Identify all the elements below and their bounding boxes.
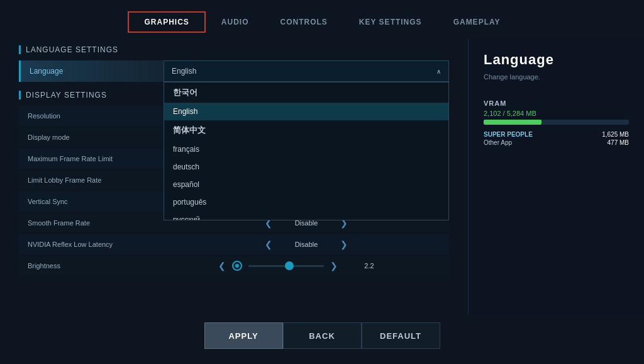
display-mode-label: Display mode	[19, 134, 164, 141]
brightness-dot	[235, 264, 239, 268]
vram-bar-background	[484, 120, 629, 125]
dropdown-item-ru[interactable]: русский	[164, 211, 448, 220]
language-section-label: Language Settings	[26, 45, 118, 54]
brightness-slider[interactable]	[248, 265, 324, 267]
nvidia-reflex-right-arrow[interactable]: ❯	[340, 239, 348, 249]
dropdown-item-en[interactable]: English	[164, 103, 448, 120]
brightness-right-arrow[interactable]: ❯	[330, 261, 338, 271]
default-button[interactable]: Default	[362, 322, 440, 349]
smooth-frame-rate-label: Smooth Frame Rate	[19, 219, 164, 227]
tab-controls[interactable]: CONTROLS	[264, 12, 343, 32]
nvidia-reflex-control: ❮ Disable ❯	[164, 239, 449, 249]
dropdown-item-zh[interactable]: 简体中文	[164, 120, 448, 140]
nvidia-reflex-value: Disable	[281, 241, 331, 248]
language-section-header: Language Settings	[19, 45, 449, 54]
left-panel: Language Settings Language English ∧ 한국어…	[0, 39, 468, 315]
nvidia-reflex-row: NVIDIA Reflex Low Latency ❮ Disable ❯	[19, 234, 449, 254]
brightness-row: Brightness ❮ ❯ 2.2	[19, 256, 449, 276]
dropdown-item-de[interactable]: deutsch	[164, 158, 448, 176]
dropdown-item-ko[interactable]: 한국어	[164, 82, 448, 103]
dropdown-item-fr[interactable]: français	[164, 140, 448, 158]
resolution-label: Resolution	[19, 112, 164, 120]
brightness-label: Brightness	[19, 262, 164, 270]
tab-key-settings[interactable]: KEY SETTINGS	[343, 12, 438, 32]
vram-label: VRAM	[484, 100, 629, 107]
back-button[interactable]: Back	[283, 322, 362, 349]
language-dropdown-button[interactable]: English ∧	[164, 60, 449, 82]
tab-audio[interactable]: AUDIO	[206, 12, 265, 32]
language-row: Language English ∧ 한국어 English 简体中文 fran…	[19, 60, 449, 82]
right-panel-title: Language	[484, 52, 629, 68]
section-bar-icon	[19, 45, 21, 54]
language-current-value: English	[172, 67, 196, 76]
apply-button[interactable]: Apply	[204, 322, 283, 349]
dropdown-item-pt[interactable]: português	[164, 193, 448, 211]
vram-super-people-value: 1,625 MB	[602, 131, 629, 138]
bottom-bar: Apply Back Default	[0, 315, 644, 353]
tab-graphics[interactable]: GRAPHICS	[128, 11, 205, 33]
vram-other-app-value: 477 MB	[608, 139, 629, 146]
nav-tabs: GRAPHICS AUDIO CONTROLS KEY SETTINGS GAM…	[0, 0, 644, 33]
nvidia-reflex-left-arrow[interactable]: ❮	[265, 239, 272, 249]
main-content: Language Settings Language English ∧ 한국어…	[0, 39, 644, 315]
chevron-up-icon: ∧	[436, 68, 441, 75]
vram-row-other-app: Other App 477 MB	[484, 139, 629, 146]
language-label: Language	[19, 60, 164, 82]
brightness-left-arrow[interactable]: ❮	[218, 261, 226, 271]
language-dropdown-list[interactable]: 한국어 English 简体中文 français deutsch españo…	[164, 82, 449, 220]
brightness-value: 2.2	[344, 262, 394, 270]
dropdown-item-es[interactable]: español	[164, 176, 448, 193]
nvidia-reflex-label: NVIDIA Reflex Low Latency	[19, 241, 164, 248]
tab-gameplay[interactable]: GAMEPLAY	[438, 12, 516, 32]
vram-super-people-label: SUPER PEOPLE	[484, 131, 533, 138]
display-section-label: Display Settings	[26, 91, 107, 100]
brightness-thumb-icon	[232, 261, 242, 271]
right-panel: Language Change language. VRAM 2,102 / 5…	[468, 39, 644, 315]
brightness-control: ❮ ❯ 2.2	[164, 261, 449, 271]
section-bar-icon-2	[19, 91, 21, 100]
vram-other-app-label: Other App	[484, 139, 512, 146]
right-panel-description: Change language.	[484, 73, 629, 81]
vram-row-super-people: SUPER PEOPLE 1,625 MB	[484, 131, 629, 138]
limit-lobby-label: Limit Lobby Frame Rate	[19, 176, 164, 184]
vram-value: 2,102 / 5,284 MB	[484, 110, 629, 117]
max-frame-rate-label: Maximum Frame Rate Limit	[19, 155, 164, 162]
vertical-sync-label: Vertical Sync	[19, 198, 164, 205]
vram-bar-fill	[484, 120, 541, 125]
